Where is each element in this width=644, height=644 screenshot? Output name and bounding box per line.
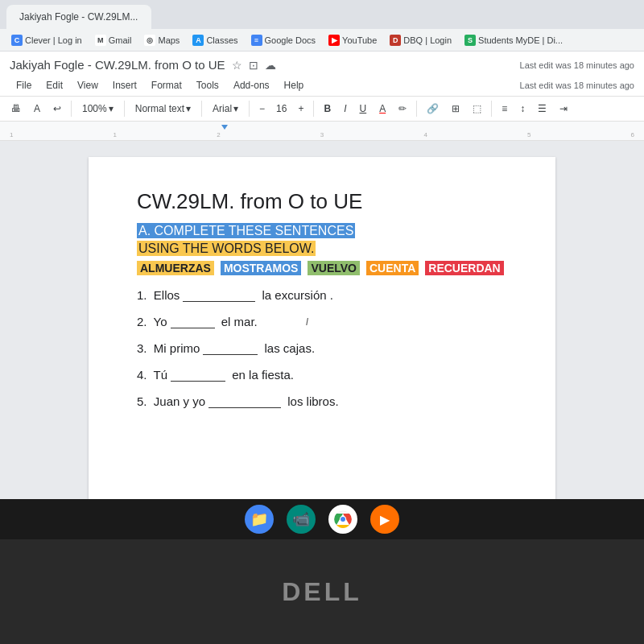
zoom-value: 100% xyxy=(82,103,107,114)
sentence-2-after: el mar. xyxy=(218,315,258,328)
bookmark-label: Clever | Log in xyxy=(25,35,82,45)
font-increase-button[interactable]: + xyxy=(293,101,308,117)
align-button[interactable]: ≡ xyxy=(497,101,512,117)
indent-button[interactable]: ⇥ xyxy=(555,101,572,117)
meet-taskbar-icon[interactable]: 📹 xyxy=(287,505,316,534)
docs-menu-bar: FileEditViewInsertFormatToolsAdd-onsHelp… xyxy=(0,75,644,96)
bookmark-gmail[interactable]: MGmail xyxy=(90,33,137,47)
menu-item-edit[interactable]: Edit xyxy=(39,76,69,94)
image-button[interactable]: ⊞ xyxy=(447,101,464,117)
favicon-icon: A xyxy=(192,35,204,46)
list-button[interactable]: ☰ xyxy=(533,101,551,117)
laptop-bottom: DELL xyxy=(0,539,644,644)
bookmark-label: Maps xyxy=(158,35,180,45)
bookmark-label: Gmail xyxy=(109,35,132,45)
font-decrease-button[interactable]: − xyxy=(254,101,270,117)
last-edit: Last edit was 18 minutes ago xyxy=(520,60,634,70)
sentence-2: 2. Yo el mar. I xyxy=(137,315,507,328)
bookmark-label: Classes xyxy=(206,35,237,45)
menu-item-format[interactable]: Format xyxy=(145,76,188,94)
bookmark-dbq-|-login[interactable]: DDBQ | Login xyxy=(385,33,456,47)
ruler-indent-arrow[interactable] xyxy=(221,125,228,130)
address-bar: CClever | Log inMGmail◎MapsAClasses≡Goog… xyxy=(0,29,644,52)
word-chip-almuerzas: ALMUERZAS xyxy=(137,261,214,275)
menu-item-view[interactable]: View xyxy=(71,76,105,94)
favicon-icon: ◎ xyxy=(144,35,155,46)
favicon-icon: D xyxy=(390,35,401,46)
doc-content: CW.29LM. from O to UE A. COMPLETE THESE … xyxy=(0,141,644,499)
sentence-2-blank[interactable] xyxy=(171,316,215,328)
taskbar: 📁 📹 ▶ xyxy=(0,499,644,539)
font-dropdown[interactable]: Arial ▾ xyxy=(207,100,244,118)
folder-icon[interactable]: ⊡ xyxy=(249,59,258,72)
font-size-value: 16 xyxy=(273,103,290,114)
active-tab[interactable]: Jakiyah Fogle - CW.29LM... xyxy=(6,5,151,29)
link-button[interactable]: 🔗 xyxy=(422,101,444,117)
sentence-3-after: las cajas. xyxy=(261,341,315,355)
bold-button[interactable]: B xyxy=(319,101,336,117)
menu-item-insert[interactable]: Insert xyxy=(106,76,143,94)
favicon-icon: ≡ xyxy=(251,35,262,46)
menu-item-tools[interactable]: Tools xyxy=(190,76,225,94)
sentence-4-blank[interactable] xyxy=(171,369,225,382)
print-button[interactable]: 🖶 xyxy=(6,101,26,117)
highlight-button[interactable]: ✏ xyxy=(394,101,411,117)
play-icon: ▶ xyxy=(380,512,390,527)
bookmark-label: Students MyDE | Di... xyxy=(478,35,563,45)
docs-chrome: Jakiyah Fogle - CW.29LM. from O to UE ☆ … xyxy=(0,52,644,122)
tab-bar: Jakiyah Fogle - CW.29LM... xyxy=(0,0,644,29)
table-button[interactable]: ⬚ xyxy=(468,101,486,117)
line-spacing-button[interactable]: ↕ xyxy=(515,101,530,117)
bookmark-classes[interactable]: AClasses xyxy=(188,33,242,47)
separator2 xyxy=(124,101,125,117)
italic-button[interactable]: I xyxy=(339,101,351,117)
sentence-4-number: 4. Tú xyxy=(137,368,167,382)
meet-icon: 📹 xyxy=(292,510,310,528)
favicon-icon: S xyxy=(464,35,476,46)
separator6 xyxy=(416,101,417,117)
style-value: Normal text xyxy=(135,103,184,114)
favicon-icon: M xyxy=(95,35,106,46)
bookmark-students-myde-|-di...[interactable]: SStudents MyDE | Di... xyxy=(460,33,568,47)
ruler-marks: 1 1 2 3 4 5 6 xyxy=(6,122,638,140)
font-chevron: ▾ xyxy=(233,103,238,114)
bookmark-clever-|-log-in[interactable]: CClever | Log in xyxy=(6,33,87,47)
chrome-taskbar-icon[interactable] xyxy=(328,505,357,534)
star-icon[interactable]: ☆ xyxy=(232,59,242,72)
sentence-3-blank[interactable] xyxy=(203,342,258,355)
menu-item-help[interactable]: Help xyxy=(278,76,311,94)
sentence-1-blank[interactable] xyxy=(183,289,255,302)
paint-format-button[interactable]: A xyxy=(29,101,45,117)
files-taskbar-icon[interactable]: 📁 xyxy=(245,505,274,534)
sentence-2-number: 2. Yo xyxy=(137,315,167,328)
zoom-dropdown[interactable]: 100% ▾ xyxy=(76,100,119,118)
style-dropdown[interactable]: Normal text ▾ xyxy=(130,100,196,118)
bookmark-google-docs[interactable]: ≡Google Docs xyxy=(246,33,321,47)
zoom-chevron: ▾ xyxy=(109,103,114,114)
menu-item-file[interactable]: File xyxy=(10,76,38,94)
sentence-4: 4. Tú en la fiesta. xyxy=(137,368,507,382)
bookmark-maps[interactable]: ◎Maps xyxy=(139,33,184,47)
docs-title: Jakiyah Fogle - CW.29LM. from O to UE xyxy=(10,58,225,72)
font-color-button[interactable]: A xyxy=(374,101,390,117)
tab-title: Jakiyah Fogle - CW.29LM... xyxy=(19,11,138,23)
docs-title-bar: Jakiyah Fogle - CW.29LM. from O to UE ☆ … xyxy=(0,52,644,75)
favicon-icon: ▶ xyxy=(328,35,340,46)
instruction-line1: A. COMPLETE THESE SENTENCES xyxy=(137,224,507,238)
favicon-icon: C xyxy=(11,35,23,46)
underline-button[interactable]: U xyxy=(355,101,372,117)
menu-last-edit: Last edit was 18 minutes ago xyxy=(520,80,634,90)
font-value: Arial xyxy=(213,103,232,114)
docs-toolbar: 🖶 A ↩ 100% ▾ Normal text ▾ Arial ▾ − 16 … xyxy=(0,96,644,121)
bookmark-youtube[interactable]: ▶YouTube xyxy=(324,33,382,47)
sentence-5-blank[interactable] xyxy=(208,395,281,408)
word-chip-mostramos: MOSTRAMOS xyxy=(221,261,302,275)
doc-page[interactable]: CW.29LM. from O to UE A. COMPLETE THESE … xyxy=(89,157,555,499)
separator4 xyxy=(249,101,250,117)
menu-item-add-ons[interactable]: Add-ons xyxy=(227,76,276,94)
word-chip-vuelvo: VUELVO xyxy=(308,261,360,275)
undo-button[interactable]: ↩ xyxy=(48,101,66,117)
play-taskbar-icon[interactable]: ▶ xyxy=(370,505,399,534)
cloud-icon[interactable]: ☁ xyxy=(265,59,276,72)
document-title: CW.29LM. from O to UE xyxy=(137,189,507,214)
